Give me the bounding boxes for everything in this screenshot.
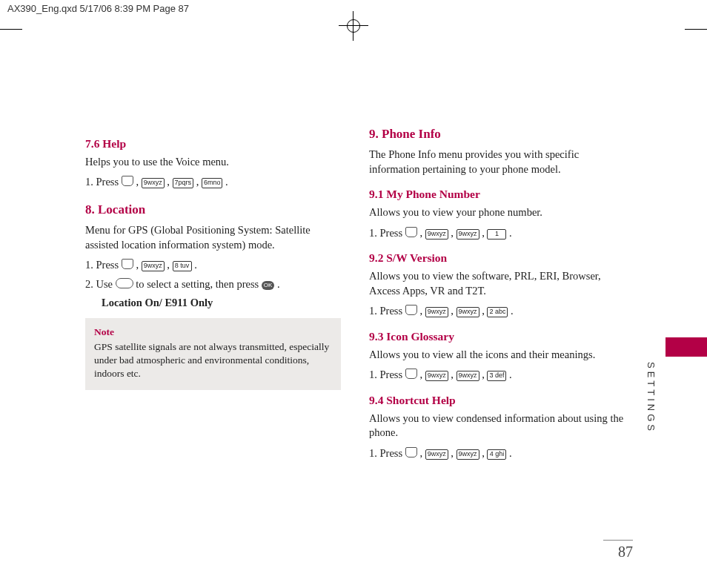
nav-key-icon (116, 278, 133, 288)
key-2: 2 abc (487, 307, 508, 317)
heading-7-6: 7.6 Help (85, 136, 341, 152)
section-label: SETTINGS (645, 362, 657, 434)
key-1: 1 (487, 229, 506, 240)
softkey-icon (405, 305, 417, 315)
key-9: 9wxyz (142, 178, 165, 188)
key-9: 9wxyz (425, 229, 448, 240)
note-box: Note GPS satellite signals are not alway… (85, 318, 341, 390)
key-9: 9wxyz (457, 449, 479, 460)
key-4: 4 ghi (487, 449, 506, 460)
softkey-icon (405, 447, 417, 457)
section-tab (665, 337, 707, 357)
heading-9: 9. Phone Info (369, 126, 625, 143)
key-9: 9wxyz (425, 307, 448, 317)
step-8-1: 1. Press , 9wxyz , 8 tuv . (85, 258, 341, 273)
step-8-2: 2. Use to select a setting, then press O… (85, 277, 341, 292)
body-7-6: Helps you to use the Voice menu. (85, 155, 341, 170)
step-7-6: 1. Press , 9wxyz , 7pqrs , 6mno . (85, 175, 341, 190)
body-9-1: Allows you to view your phone number. (369, 205, 625, 220)
softkey-icon (122, 176, 133, 186)
key-9: 9wxyz (457, 307, 479, 317)
note-title: Note (94, 326, 332, 339)
heading-9-1: 9.1 My Phone Number (369, 187, 625, 202)
ok-key-icon: OK (262, 281, 275, 290)
body-8: Menu for GPS (Global Positioning System:… (85, 223, 341, 252)
right-column: 9. Phone Info The Phone Info menu provid… (369, 126, 625, 465)
key-8: 8 tuv (173, 261, 192, 271)
left-column: 7.6 Help Helps you to use the Voice menu… (85, 126, 341, 465)
heading-8: 8. Location (85, 202, 341, 219)
step-9-3: 1. Press , 9wxyz , 9wxyz , 3 def . (369, 368, 625, 383)
key-3: 3 def (487, 371, 506, 381)
step-9-4: 1. Press , 9wxyz , 9wxyz , 4 ghi . (369, 446, 625, 461)
step-9-2: 1. Press , 9wxyz , 9wxyz , 2 abc . (369, 304, 625, 319)
softkey-icon (405, 369, 417, 379)
body-9-2: Allows you to view the software, PRL, ER… (369, 269, 625, 298)
key-9: 9wxyz (425, 449, 448, 460)
key-9: 9wxyz (425, 371, 448, 381)
heading-9-2: 9.2 S/W Version (369, 251, 625, 266)
page-content: 7.6 Help Helps you to use the Voice menu… (85, 126, 634, 465)
step-9-1: 1. Press , 9wxyz , 9wxyz , 1 . (369, 226, 625, 241)
heading-9-4: 9.4 Shortcut Help (369, 393, 625, 409)
body-9-4: Allows you to view condensed information… (369, 412, 625, 440)
option-location: Location On/ E911 Only (102, 296, 341, 311)
key-9: 9wxyz (457, 371, 479, 381)
key-9: 9wxyz (142, 261, 165, 271)
body-9-3: Allows you to view all the icons and the… (369, 348, 625, 363)
softkey-icon (405, 227, 417, 237)
key-7: 7pqrs (173, 178, 194, 188)
body-9: The Phone Info menu provides you with sp… (369, 148, 625, 176)
key-6: 6mno (202, 178, 223, 188)
note-body: GPS satellite signals are not always tra… (94, 340, 332, 381)
key-9: 9wxyz (457, 229, 479, 240)
page-number: 87 (603, 540, 633, 561)
heading-9-3: 9.3 Icon Glossary (369, 329, 625, 345)
crop-circle (347, 19, 360, 33)
softkey-icon (122, 259, 133, 269)
print-header: AX390_Eng.qxd 5/17/06 8:39 PM Page 87 (0, 0, 707, 17)
